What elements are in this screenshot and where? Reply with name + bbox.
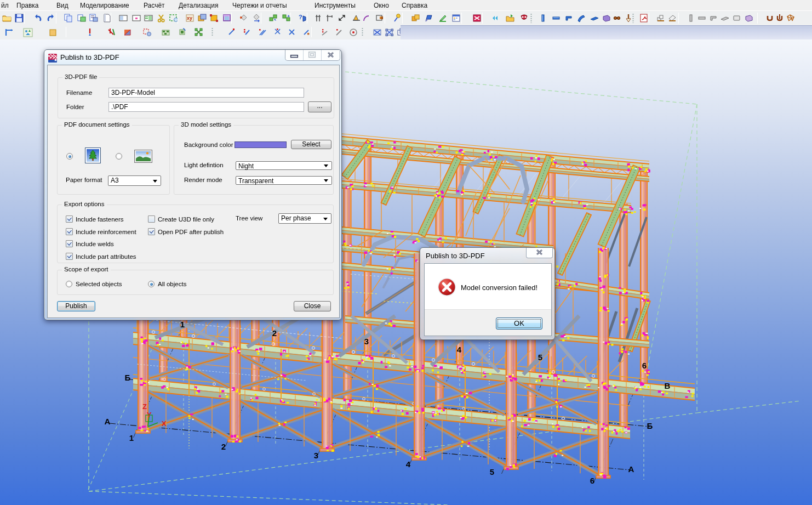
svg-text:5: 5 bbox=[538, 353, 542, 362]
svg-text:Б: Б bbox=[125, 373, 131, 382]
svg-text:1: 1 bbox=[129, 433, 134, 442]
svg-text:1: 1 bbox=[180, 320, 185, 329]
svg-text:X: X bbox=[162, 419, 167, 428]
svg-text:3: 3 bbox=[314, 451, 318, 460]
svg-text:Z: Z bbox=[142, 402, 147, 411]
svg-text:А: А bbox=[628, 464, 634, 474]
svg-text:В: В bbox=[665, 381, 671, 390]
svg-text:4: 4 bbox=[406, 459, 411, 469]
svg-text:?: ? bbox=[299, 14, 302, 20]
svg-text:xy: xy bbox=[187, 15, 192, 21]
svg-text:2: 2 bbox=[221, 442, 226, 451]
svg-text:6: 6 bbox=[590, 476, 594, 485]
svg-text:Б: Б bbox=[647, 421, 653, 430]
svg-text:6: 6 bbox=[642, 361, 647, 370]
svg-text:А: А bbox=[105, 417, 111, 426]
svg-text:2: 2 bbox=[272, 328, 277, 338]
svg-text:4: 4 bbox=[457, 345, 462, 354]
svg-text:5: 5 bbox=[490, 467, 494, 476]
svg-text:3: 3 bbox=[364, 337, 369, 346]
